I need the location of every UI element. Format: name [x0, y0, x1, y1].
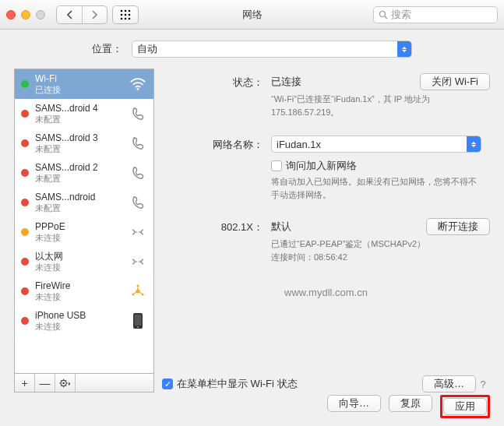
location-row: 位置： 自动: [0, 30, 504, 69]
interface-name: iPhone USB: [35, 310, 122, 321]
show-all-button[interactable]: [112, 5, 139, 24]
svg-point-1: [125, 9, 127, 12]
svg-point-7: [125, 17, 127, 19]
revert-button[interactable]: 复原: [389, 395, 432, 412]
interface-sub: 未连接: [35, 292, 122, 302]
svg-point-3: [121, 13, 123, 16]
sidebar-item-2[interactable]: SAMS...droid 3未配置: [15, 129, 153, 158]
interface-name: SAMS...droid 4: [35, 103, 122, 114]
svg-point-6: [121, 17, 123, 19]
interface-name: PPPoE: [35, 221, 122, 232]
svg-point-19: [142, 294, 144, 296]
bottom-bar: 向导… 复原 应用: [14, 395, 490, 418]
svg-point-9: [380, 11, 386, 16]
nav-segment: [56, 5, 107, 24]
status-desc: “Wi-Fi”已连接至“iFudan.1x”，其 IP 地址为 175.186.…: [271, 93, 481, 118]
forward-button[interactable]: [82, 6, 107, 23]
svg-point-17: [137, 285, 139, 287]
status-dot-icon: [21, 80, 29, 88]
ask-join-checkbox[interactable]: [271, 160, 282, 171]
search-placeholder: 搜索: [391, 8, 411, 22]
sidebar-item-6[interactable]: 以太网未连接: [15, 247, 153, 276]
svg-line-35: [61, 385, 62, 386]
traffic-lights: [6, 10, 45, 19]
status-dot-icon: [21, 199, 29, 206]
phone-icon: [129, 104, 147, 123]
wifi-off-button[interactable]: 关闭 Wi-Fi: [420, 73, 490, 90]
status-dot-icon: [21, 317, 29, 325]
interface-sub: 未配置: [35, 144, 122, 154]
interface-sub: 未配置: [35, 114, 122, 125]
phone-icon: [129, 164, 147, 182]
add-interface-button[interactable]: +: [15, 374, 35, 392]
interface-sub: 未连接: [35, 322, 122, 332]
status-dot-icon: [21, 139, 29, 147]
help-button[interactable]: ?: [476, 378, 490, 390]
search-field[interactable]: 搜索: [373, 6, 498, 23]
close-window-button[interactable]: [6, 10, 16, 19]
svg-line-32: [61, 380, 62, 381]
interface-sub: 未连接: [35, 262, 122, 273]
sidebar-item-5[interactable]: PPPoE未连接: [15, 217, 153, 247]
interface-name: SAMS...droid 3: [35, 132, 122, 143]
sidebar-item-4[interactable]: SAMS...ndroid未配置: [15, 188, 153, 217]
location-label: 位置：: [92, 42, 122, 56]
toolbar: 网络 搜索: [0, 0, 504, 30]
status-dot-icon: [21, 110, 29, 118]
apply-highlight: 应用: [440, 395, 490, 418]
svg-point-0: [121, 9, 123, 12]
network-name-value: iFudan.1x: [277, 139, 321, 150]
wifi-icon: [129, 75, 147, 93]
location-select[interactable]: 自动: [132, 40, 412, 58]
interface-sub: 未配置: [35, 174, 122, 184]
iphone-icon: [129, 312, 147, 330]
search-icon: [379, 10, 388, 19]
minimize-window-button[interactable]: [21, 10, 30, 19]
svg-point-15: [139, 261, 140, 262]
status-dot-icon: [21, 258, 29, 266]
status-dot-icon: [21, 228, 29, 236]
svg-point-27: [62, 382, 65, 384]
interface-name: FireWire: [35, 280, 122, 291]
back-button[interactable]: [57, 6, 82, 23]
ethernet-icon: [129, 252, 147, 271]
svg-point-25: [137, 326, 139, 328]
remove-interface-button[interactable]: —: [35, 374, 55, 392]
svg-point-8: [129, 17, 131, 19]
interface-name: SAMS...droid 2: [35, 162, 122, 173]
svg-line-10: [385, 16, 387, 19]
sidebar-item-8[interactable]: iPhone USB未连接: [15, 306, 153, 336]
wizard-button[interactable]: 向导…: [327, 395, 381, 412]
svg-point-2: [129, 9, 131, 12]
disconnect-button[interactable]: 断开连接: [426, 218, 490, 235]
zoom-window-button[interactable]: [36, 10, 45, 19]
sidebar-item-1[interactable]: SAMS...droid 4未配置: [15, 99, 153, 129]
status-value: 已连接: [271, 75, 301, 89]
chevron-updown-icon: [467, 136, 481, 152]
advanced-button[interactable]: 高级…: [422, 375, 476, 393]
apply-button[interactable]: 应用: [443, 398, 487, 415]
status-dot-icon: [21, 169, 29, 177]
svg-point-16: [136, 290, 140, 294]
interface-sidebar: Wi-Fi已连接SAMS...droid 4未配置SAMS...droid 3未…: [14, 69, 154, 374]
interface-sub: 已连接: [35, 85, 122, 95]
sidebar-item-0[interactable]: Wi-Fi已连接: [15, 69, 153, 99]
sidebar-item-7[interactable]: FireWire未连接: [15, 276, 153, 306]
svg-line-21: [135, 292, 137, 294]
network-name-select[interactable]: iFudan.1x: [271, 136, 481, 153]
dot1x-desc: 已通过“EAP-PEAP”鉴定（MSCHAPv2） 连接时间：08:56:42: [271, 238, 481, 263]
interface-sub: 未连接: [35, 233, 122, 243]
phone-icon: [129, 193, 147, 212]
sidebar-item-3[interactable]: SAMS...droid 2未配置: [15, 158, 153, 188]
svg-line-34: [65, 380, 66, 381]
menubar-wifi-checkbox[interactable]: [162, 378, 173, 389]
detail-pane: 状态： 已连接 关闭 Wi-Fi “Wi-Fi”已连接至“iFudan.1x”，…: [162, 69, 490, 393]
location-value: 自动: [137, 42, 157, 56]
menubar-wifi-label: 在菜单栏中显示 Wi-Fi 状态: [177, 377, 298, 391]
svg-point-18: [132, 294, 135, 296]
status-dot-icon: [21, 287, 29, 295]
interface-name: Wi-Fi: [35, 73, 122, 84]
interface-name: SAMS...ndroid: [35, 192, 122, 202]
dot1x-value: 默认: [271, 220, 291, 234]
interface-actions-button[interactable]: [55, 374, 76, 392]
